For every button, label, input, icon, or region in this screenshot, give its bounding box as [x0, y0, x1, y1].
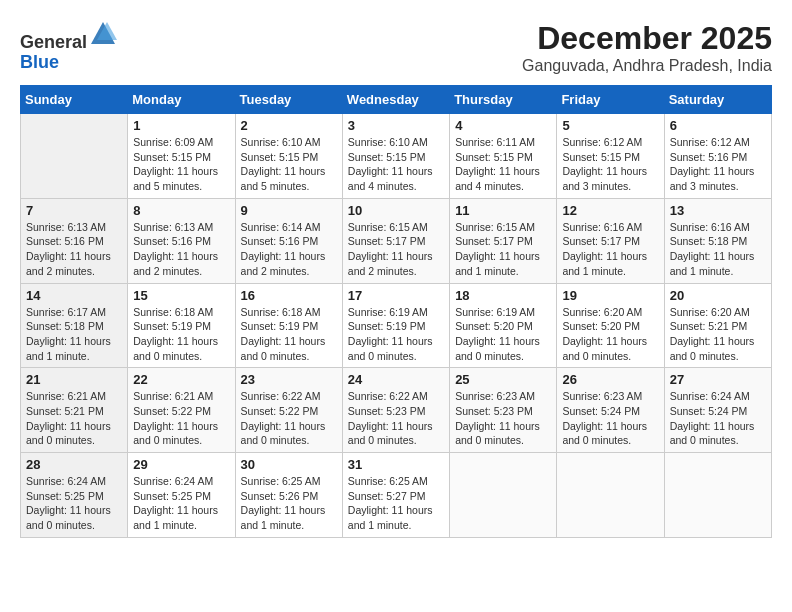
weekday-header-monday: Monday [128, 86, 235, 114]
calendar-cell: 10Sunrise: 6:15 AM Sunset: 5:17 PM Dayli… [342, 198, 449, 283]
cell-info: Sunrise: 6:18 AM Sunset: 5:19 PM Dayligh… [241, 305, 337, 364]
weekday-header-saturday: Saturday [664, 86, 771, 114]
day-number: 30 [241, 457, 337, 472]
logo-blue: Blue [20, 52, 59, 72]
calendar-cell: 28Sunrise: 6:24 AM Sunset: 5:25 PM Dayli… [21, 453, 128, 538]
cell-info: Sunrise: 6:15 AM Sunset: 5:17 PM Dayligh… [455, 220, 551, 279]
calendar-cell: 5Sunrise: 6:12 AM Sunset: 5:15 PM Daylig… [557, 114, 664, 199]
calendar-cell: 7Sunrise: 6:13 AM Sunset: 5:16 PM Daylig… [21, 198, 128, 283]
weekday-header-row: SundayMondayTuesdayWednesdayThursdayFrid… [21, 86, 772, 114]
day-number: 11 [455, 203, 551, 218]
logo-icon [89, 20, 117, 48]
calendar-cell [557, 453, 664, 538]
logo-general: General [20, 32, 87, 52]
calendar-cell: 20Sunrise: 6:20 AM Sunset: 5:21 PM Dayli… [664, 283, 771, 368]
cell-info: Sunrise: 6:23 AM Sunset: 5:24 PM Dayligh… [562, 389, 658, 448]
cell-info: Sunrise: 6:20 AM Sunset: 5:20 PM Dayligh… [562, 305, 658, 364]
calendar-cell: 24Sunrise: 6:22 AM Sunset: 5:23 PM Dayli… [342, 368, 449, 453]
cell-info: Sunrise: 6:16 AM Sunset: 5:17 PM Dayligh… [562, 220, 658, 279]
weekday-header-friday: Friday [557, 86, 664, 114]
day-number: 20 [670, 288, 766, 303]
cell-info: Sunrise: 6:20 AM Sunset: 5:21 PM Dayligh… [670, 305, 766, 364]
day-number: 29 [133, 457, 229, 472]
cell-info: Sunrise: 6:19 AM Sunset: 5:20 PM Dayligh… [455, 305, 551, 364]
day-number: 26 [562, 372, 658, 387]
day-number: 8 [133, 203, 229, 218]
day-number: 15 [133, 288, 229, 303]
calendar-cell: 3Sunrise: 6:10 AM Sunset: 5:15 PM Daylig… [342, 114, 449, 199]
cell-info: Sunrise: 6:13 AM Sunset: 5:16 PM Dayligh… [133, 220, 229, 279]
calendar-cell: 25Sunrise: 6:23 AM Sunset: 5:23 PM Dayli… [450, 368, 557, 453]
day-number: 14 [26, 288, 122, 303]
calendar-cell [664, 453, 771, 538]
cell-info: Sunrise: 6:12 AM Sunset: 5:16 PM Dayligh… [670, 135, 766, 194]
calendar-cell: 19Sunrise: 6:20 AM Sunset: 5:20 PM Dayli… [557, 283, 664, 368]
cell-info: Sunrise: 6:24 AM Sunset: 5:25 PM Dayligh… [26, 474, 122, 533]
calendar-cell: 1Sunrise: 6:09 AM Sunset: 5:15 PM Daylig… [128, 114, 235, 199]
cell-info: Sunrise: 6:21 AM Sunset: 5:21 PM Dayligh… [26, 389, 122, 448]
day-number: 7 [26, 203, 122, 218]
cell-info: Sunrise: 6:21 AM Sunset: 5:22 PM Dayligh… [133, 389, 229, 448]
day-number: 21 [26, 372, 122, 387]
weekday-header-thursday: Thursday [450, 86, 557, 114]
day-number: 1 [133, 118, 229, 133]
cell-info: Sunrise: 6:24 AM Sunset: 5:25 PM Dayligh… [133, 474, 229, 533]
calendar-week-row: 21Sunrise: 6:21 AM Sunset: 5:21 PM Dayli… [21, 368, 772, 453]
day-number: 6 [670, 118, 766, 133]
day-number: 2 [241, 118, 337, 133]
weekday-header-sunday: Sunday [21, 86, 128, 114]
cell-info: Sunrise: 6:16 AM Sunset: 5:18 PM Dayligh… [670, 220, 766, 279]
calendar-cell: 9Sunrise: 6:14 AM Sunset: 5:16 PM Daylig… [235, 198, 342, 283]
day-number: 25 [455, 372, 551, 387]
calendar-cell: 6Sunrise: 6:12 AM Sunset: 5:16 PM Daylig… [664, 114, 771, 199]
day-number: 22 [133, 372, 229, 387]
day-number: 3 [348, 118, 444, 133]
calendar-cell: 16Sunrise: 6:18 AM Sunset: 5:19 PM Dayli… [235, 283, 342, 368]
day-number: 23 [241, 372, 337, 387]
day-number: 17 [348, 288, 444, 303]
calendar-cell: 13Sunrise: 6:16 AM Sunset: 5:18 PM Dayli… [664, 198, 771, 283]
calendar-cell: 26Sunrise: 6:23 AM Sunset: 5:24 PM Dayli… [557, 368, 664, 453]
day-number: 28 [26, 457, 122, 472]
cell-info: Sunrise: 6:25 AM Sunset: 5:26 PM Dayligh… [241, 474, 337, 533]
calendar-week-row: 28Sunrise: 6:24 AM Sunset: 5:25 PM Dayli… [21, 453, 772, 538]
cell-info: Sunrise: 6:12 AM Sunset: 5:15 PM Dayligh… [562, 135, 658, 194]
day-number: 10 [348, 203, 444, 218]
page-header: General Blue December 2025 Ganguvada, An… [20, 20, 772, 75]
calendar-cell: 14Sunrise: 6:17 AM Sunset: 5:18 PM Dayli… [21, 283, 128, 368]
weekday-header-tuesday: Tuesday [235, 86, 342, 114]
calendar-cell: 27Sunrise: 6:24 AM Sunset: 5:24 PM Dayli… [664, 368, 771, 453]
cell-info: Sunrise: 6:10 AM Sunset: 5:15 PM Dayligh… [241, 135, 337, 194]
calendar-week-row: 14Sunrise: 6:17 AM Sunset: 5:18 PM Dayli… [21, 283, 772, 368]
title-area: December 2025 Ganguvada, Andhra Pradesh,… [522, 20, 772, 75]
calendar-cell: 2Sunrise: 6:10 AM Sunset: 5:15 PM Daylig… [235, 114, 342, 199]
calendar-table: SundayMondayTuesdayWednesdayThursdayFrid… [20, 85, 772, 538]
day-number: 31 [348, 457, 444, 472]
day-number: 9 [241, 203, 337, 218]
calendar-cell: 22Sunrise: 6:21 AM Sunset: 5:22 PM Dayli… [128, 368, 235, 453]
logo: General Blue [20, 20, 117, 73]
cell-info: Sunrise: 6:24 AM Sunset: 5:24 PM Dayligh… [670, 389, 766, 448]
calendar-cell [450, 453, 557, 538]
calendar-cell: 12Sunrise: 6:16 AM Sunset: 5:17 PM Dayli… [557, 198, 664, 283]
calendar-cell: 21Sunrise: 6:21 AM Sunset: 5:21 PM Dayli… [21, 368, 128, 453]
weekday-header-wednesday: Wednesday [342, 86, 449, 114]
cell-info: Sunrise: 6:13 AM Sunset: 5:16 PM Dayligh… [26, 220, 122, 279]
calendar-cell: 11Sunrise: 6:15 AM Sunset: 5:17 PM Dayli… [450, 198, 557, 283]
calendar-week-row: 7Sunrise: 6:13 AM Sunset: 5:16 PM Daylig… [21, 198, 772, 283]
calendar-cell: 31Sunrise: 6:25 AM Sunset: 5:27 PM Dayli… [342, 453, 449, 538]
day-number: 12 [562, 203, 658, 218]
location-title: Ganguvada, Andhra Pradesh, India [522, 57, 772, 75]
calendar-cell: 18Sunrise: 6:19 AM Sunset: 5:20 PM Dayli… [450, 283, 557, 368]
cell-info: Sunrise: 6:17 AM Sunset: 5:18 PM Dayligh… [26, 305, 122, 364]
cell-info: Sunrise: 6:19 AM Sunset: 5:19 PM Dayligh… [348, 305, 444, 364]
cell-info: Sunrise: 6:14 AM Sunset: 5:16 PM Dayligh… [241, 220, 337, 279]
cell-info: Sunrise: 6:15 AM Sunset: 5:17 PM Dayligh… [348, 220, 444, 279]
day-number: 5 [562, 118, 658, 133]
calendar-cell [21, 114, 128, 199]
day-number: 27 [670, 372, 766, 387]
day-number: 19 [562, 288, 658, 303]
day-number: 24 [348, 372, 444, 387]
day-number: 16 [241, 288, 337, 303]
cell-info: Sunrise: 6:22 AM Sunset: 5:22 PM Dayligh… [241, 389, 337, 448]
